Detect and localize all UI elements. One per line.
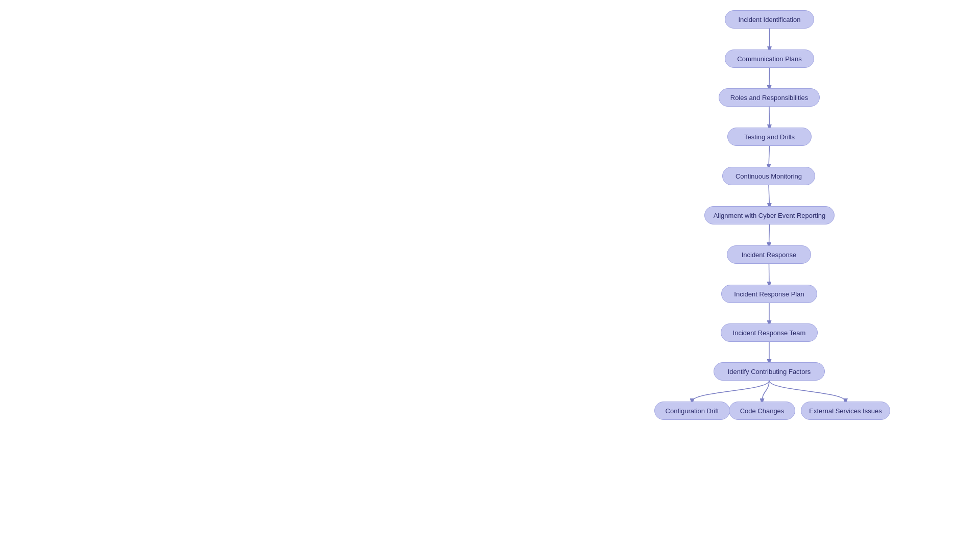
incident-response-node: Incident Response [727,245,811,264]
configuration-drift-node: Configuration Drift [654,402,730,420]
continuous-monitoring-node: Continuous Monitoring [722,167,815,185]
code-changes-node: Code Changes [729,402,795,420]
svg-line-4 [769,146,770,167]
alignment-cyber-node: Alignment with Cyber Event Reporting [704,206,835,224]
testing-drills-node: Testing and Drills [727,128,812,146]
external-services-node: External Services Issues [801,402,890,420]
svg-line-6 [769,224,770,245]
svg-line-7 [769,264,770,285]
svg-line-2 [769,68,770,88]
communication-plans-node: Communication Plans [725,49,814,68]
roles-responsibilities-node: Roles and Responsibilities [719,88,820,107]
identify-contributing-node: Identify Contributing Factors [714,362,825,381]
diagram-container: Incident IdentificationCommunication Pla… [0,0,980,551]
incident-response-plan-node: Incident Response Plan [721,285,817,303]
incident-identification-node: Incident Identification [725,10,814,29]
svg-line-5 [769,185,770,206]
connector-layer [0,0,980,551]
incident-response-team-node: Incident Response Team [721,323,818,342]
svg-line-3 [769,107,770,128]
